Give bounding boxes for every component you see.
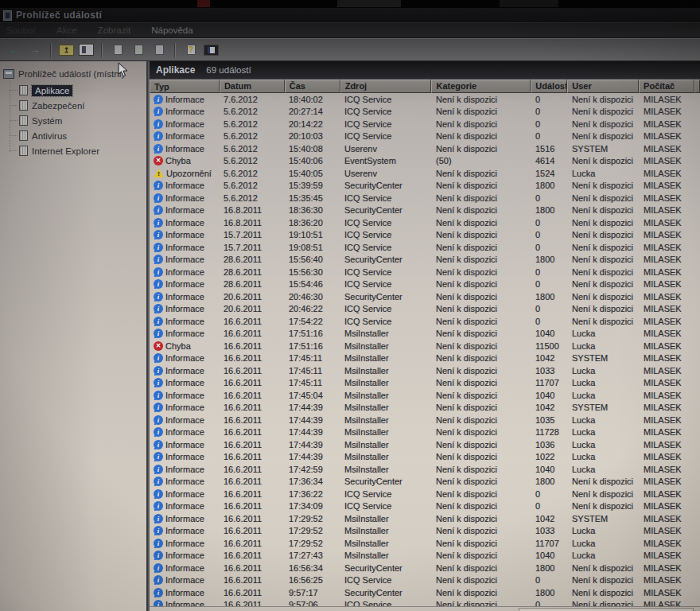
table-row[interactable]: iInformace16.6.201117:44:39MsiInstallerN… xyxy=(150,402,700,414)
table-row[interactable]: iInformace15.7.201119:10:51ICQ ServiceNe… xyxy=(150,229,700,242)
table-row[interactable]: iInformace16.6.201117:45:04MsiInstallerN… xyxy=(150,389,700,402)
column-header-udalost[interactable]: Událost xyxy=(531,80,567,93)
column-header-typ[interactable]: Typ xyxy=(150,80,220,93)
show-hide-tree-icon[interactable] xyxy=(79,44,94,56)
cell-type: iInformace xyxy=(150,353,220,363)
table-row[interactable]: iInformace15.7.201119:08:51ICQ ServiceNe… xyxy=(150,241,700,254)
cell-date: 5.6.2012 xyxy=(220,156,285,165)
table-row[interactable]: iInformace16.6.201116:56:25ICQ ServiceNe… xyxy=(150,574,700,587)
title-bar[interactable]: Prohlížeč událostí xyxy=(0,8,700,23)
table-row[interactable]: iInformace16.6.20119:57:17SecurityCenter… xyxy=(150,586,700,599)
table-row[interactable]: iInformace16.6.201117:44:39MsiInstallerN… xyxy=(150,426,700,439)
views-icon[interactable] xyxy=(204,45,219,56)
info-icon: i xyxy=(154,95,163,104)
table-row[interactable]: ✕Chyba16.6.201117:51:16MsiInstallerNení … xyxy=(150,340,700,352)
table-row[interactable]: iInformace7.6.201218:40:02ICQ ServiceNen… xyxy=(150,93,700,106)
horizontal-scrollbar[interactable] xyxy=(150,606,700,611)
sidebar-item-zabezpeceni[interactable]: Zabezpečení xyxy=(19,98,146,113)
menu-item-soubor[interactable]: Soubor xyxy=(6,25,36,35)
table-row[interactable]: !Upozornění5.6.201215:40:05UserenvNení k… xyxy=(150,167,700,180)
column-header-zdroj[interactable]: Zdroj xyxy=(340,80,432,93)
properties-icon[interactable] xyxy=(110,43,126,57)
table-row[interactable]: iInformace16.6.201117:36:34SecurityCente… xyxy=(150,476,700,488)
cell-type: iInformace xyxy=(150,144,220,154)
table-row[interactable]: iInformace5.6.201220:27:14ICQ ServiceNen… xyxy=(150,106,700,119)
type-label: Informace xyxy=(165,353,204,363)
console-tree-panel: Prohlížeč událostí (místní) AplikaceZabe… xyxy=(0,61,148,611)
column-header-datum[interactable]: Datum xyxy=(220,80,285,93)
table-row[interactable]: iInformace16.6.201117:54:22ICQ ServiceNe… xyxy=(150,315,700,328)
export-list-icon[interactable] xyxy=(151,43,167,57)
table-row[interactable]: iInformace5.6.201215:39:59SecurityCenter… xyxy=(150,180,700,193)
back-icon[interactable]: ← xyxy=(6,43,22,57)
table-row[interactable]: iInformace16.6.201117:29:52MsiInstallerN… xyxy=(150,512,700,525)
cell-event: 0 xyxy=(531,230,568,239)
info-icon: i xyxy=(154,563,163,573)
table-row[interactable]: iInformace5.6.201220:10:03ICQ ServiceNen… xyxy=(150,130,700,143)
cell-date: 28.6.2011 xyxy=(220,279,285,289)
table-row[interactable]: iInformace16.6.20119:57:06ICQ ServiceNen… xyxy=(150,599,700,607)
table-row[interactable]: iInformace16.6.201117:29:52MsiInstallerN… xyxy=(150,537,700,550)
cell-time: 17:45:11 xyxy=(285,366,340,376)
table-row[interactable]: ✕Chyba5.6.201215:40:06EventSystem(50)461… xyxy=(150,155,700,168)
event-viewer-window: Prohlížeč událostí SouborAkceZobrazitNáp… xyxy=(0,8,700,611)
cell-category: Není k dispozici xyxy=(432,329,531,338)
cell-source: ICQ Service xyxy=(340,193,432,203)
table-row[interactable]: iInformace5.6.201215:40:08UserenvNení k … xyxy=(150,142,700,155)
table-row[interactable]: iInformace16.6.201117:27:43MsiInstallerN… xyxy=(150,550,700,562)
table-row[interactable]: iInformace16.6.201116:56:34SecurityCente… xyxy=(150,562,700,574)
view-info-band: Aplikace 69 událostí xyxy=(150,61,700,80)
table-row[interactable]: iInformace16.8.201118:36:30SecurityCente… xyxy=(150,204,700,217)
table-row[interactable]: iInformace16.6.201117:44:39MsiInstallerN… xyxy=(150,438,700,451)
up-one-level-icon[interactable]: ↥ xyxy=(59,45,74,56)
type-label: Informace xyxy=(165,551,204,560)
sidebar-item-system[interactable]: Systém xyxy=(19,113,146,128)
type-label: Chyba xyxy=(165,341,191,351)
sidebar-item-antivirus[interactable]: Antivirus xyxy=(19,128,146,143)
cell-source: MsiInstaller xyxy=(340,452,432,461)
menu-item-napoveda[interactable]: Nápověda xyxy=(151,25,192,35)
table-row[interactable]: iInformace28.6.201115:56:40SecurityCente… xyxy=(150,254,700,267)
table-row[interactable]: iInformace16.6.201117:36:22ICQ ServiceNe… xyxy=(150,488,700,500)
table-row[interactable]: iInformace16.6.201117:45:11MsiInstallerN… xyxy=(150,352,700,365)
column-header-cas[interactable]: Čas xyxy=(285,80,340,93)
export-list-glyph xyxy=(155,45,164,55)
scrollbar-thumb[interactable] xyxy=(519,608,694,611)
cell-date: 16.6.2011 xyxy=(220,477,285,486)
table-row[interactable]: iInformace5.6.201215:35:45ICQ ServiceNen… xyxy=(150,192,700,204)
info-icon: i xyxy=(154,539,163,548)
column-header-user[interactable]: User xyxy=(567,80,639,93)
menu-item-akce[interactable]: Akce xyxy=(56,25,77,35)
refresh-icon[interactable] xyxy=(130,43,146,57)
column-header-pocitac[interactable]: Počítač xyxy=(639,80,694,93)
table-row[interactable]: iInformace16.6.201117:42:59MsiInstallerN… xyxy=(150,463,700,476)
cell-user: Lucka xyxy=(568,427,640,437)
table-row[interactable]: iInformace16.6.201117:45:11MsiInstallerN… xyxy=(150,377,700,390)
help-icon[interactable]: ? xyxy=(183,43,199,57)
cell-source: SecurityCenter xyxy=(340,205,432,215)
cell-time: 18:36:20 xyxy=(285,218,340,228)
table-row[interactable]: iInformace20.6.201120:46:22ICQ ServiceNe… xyxy=(150,303,700,316)
menu-item-zobrazit[interactable]: Zobrazit xyxy=(98,25,131,35)
sidebar-item-internetexplorer[interactable]: Internet Explorer xyxy=(19,143,146,158)
info-icon: i xyxy=(154,317,163,326)
column-header-kategorie[interactable]: Kategorie xyxy=(431,80,531,93)
table-row[interactable]: iInformace16.6.201117:44:39MsiInstallerN… xyxy=(150,451,700,464)
table-row[interactable]: iInformace5.6.201220:14:22ICQ ServiceNen… xyxy=(150,118,700,130)
cell-time: 17:34:09 xyxy=(285,501,340,511)
forward-icon[interactable]: → xyxy=(27,43,43,57)
table-row[interactable]: iInformace28.6.201115:56:30ICQ ServiceNe… xyxy=(150,266,700,278)
cell-time: 17:29:52 xyxy=(285,539,340,548)
table-row[interactable]: iInformace16.6.201117:51:16MsiInstallerN… xyxy=(150,328,700,341)
table-row[interactable]: iInformace16.6.201117:45:11MsiInstallerN… xyxy=(150,364,700,377)
cell-user: Není k dispozici xyxy=(568,501,640,511)
cell-computer: MILASEK xyxy=(640,440,695,449)
table-row[interactable]: iInformace16.8.201118:36:20ICQ ServiceNe… xyxy=(150,216,700,229)
table-row[interactable]: iInformace28.6.201115:54:46ICQ ServiceNe… xyxy=(150,278,700,291)
table-row[interactable]: iInformace16.6.201117:29:52MsiInstallerN… xyxy=(150,525,700,538)
sidebar-item-aplikace[interactable]: Aplikace xyxy=(19,83,146,98)
table-row[interactable]: iInformace16.6.201117:44:39MsiInstallerN… xyxy=(150,414,700,426)
table-row[interactable]: iInformace20.6.201120:46:30SecurityCente… xyxy=(150,290,700,303)
cell-category: Není k dispozici xyxy=(432,563,531,573)
table-row[interactable]: iInformace16.6.201117:34:09ICQ ServiceNe… xyxy=(150,500,700,513)
